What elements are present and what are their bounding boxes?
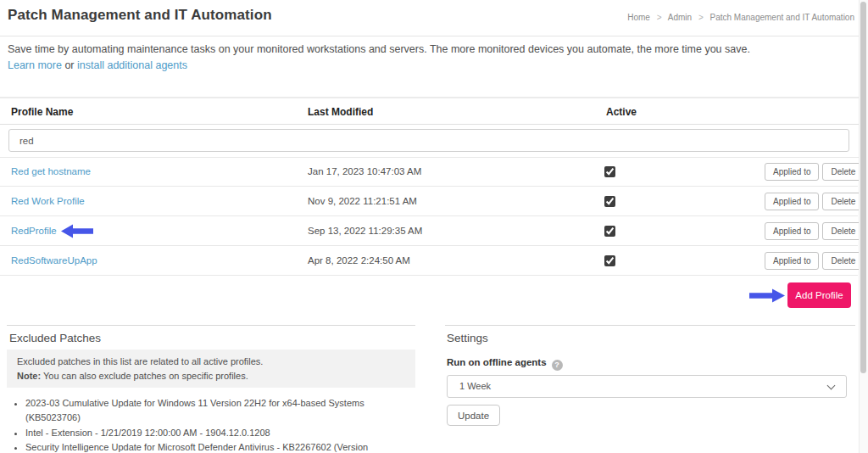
header-divider bbox=[0, 36, 859, 36]
excluded-patches-info-text: Excluded patches in this list are relate… bbox=[17, 356, 263, 366]
table-row: RedSoftwareUpApp Apr 8, 2022 2:24:50 AM … bbox=[0, 246, 858, 276]
profile-name-link[interactable]: Red Work Profile bbox=[11, 187, 85, 216]
offline-agents-label: Run on offline agents? bbox=[447, 357, 563, 371]
update-button[interactable]: Update bbox=[447, 405, 500, 426]
scrollbar-thumb[interactable] bbox=[860, 2, 866, 373]
section-divider bbox=[0, 97, 859, 98]
intro-conjunction: or bbox=[64, 59, 74, 71]
table-row: Red Work Profile Nov 9, 2022 11:21:51 AM… bbox=[0, 187, 858, 216]
excluded-patches-list: 2023-03 Cumulative Update for Windows 11… bbox=[14, 396, 419, 453]
excluded-patch-item: 2023-03 Cumulative Update for Windows 11… bbox=[25, 396, 419, 426]
offline-agents-label-text: Run on offline agents bbox=[447, 357, 547, 367]
excluded-patches-top-border bbox=[7, 325, 415, 326]
breadcrumb: Home > Admin > Patch Management and IT A… bbox=[627, 13, 854, 22]
note-text: You can also exclude patches on specific… bbox=[43, 371, 248, 381]
last-modified-value: Nov 9, 2022 11:21:51 AM bbox=[308, 187, 417, 216]
excluded-patches-info-box: Excluded patches in this list are relate… bbox=[7, 350, 415, 388]
page-title: Patch Management and IT Automation bbox=[8, 7, 272, 24]
active-checkbox[interactable] bbox=[604, 255, 615, 266]
applied-to-button[interactable]: Applied to bbox=[765, 163, 819, 181]
breadcrumb-separator: > bbox=[657, 13, 662, 22]
chevron-down-icon bbox=[827, 382, 836, 390]
column-header-profile-name: Profile Name bbox=[11, 100, 73, 124]
active-checkbox[interactable] bbox=[604, 226, 615, 237]
table-header-divider bbox=[0, 124, 859, 125]
scrollbar-track[interactable] bbox=[859, 0, 868, 453]
applied-to-button[interactable]: Applied to bbox=[765, 222, 819, 240]
profile-name-link[interactable]: RedProfile bbox=[11, 216, 57, 246]
breadcrumb-separator: > bbox=[698, 13, 704, 22]
applied-to-button[interactable]: Applied to bbox=[765, 193, 819, 210]
breadcrumb-item-current: Patch Management and IT Automation bbox=[710, 13, 854, 22]
settings-title: Settings bbox=[447, 332, 488, 344]
note-label: Note: bbox=[17, 371, 41, 381]
applied-to-button[interactable]: Applied to bbox=[765, 252, 819, 270]
excluded-patch-item: Intel - Extension - 1/21/2019 12:00:00 A… bbox=[25, 426, 419, 440]
profile-filter-input[interactable] bbox=[8, 129, 849, 152]
last-modified-value: Sep 13, 2022 11:29:35 AM bbox=[308, 216, 422, 246]
active-checkbox[interactable] bbox=[604, 166, 615, 177]
column-header-last-modified: Last Modified bbox=[308, 100, 373, 124]
add-profile-button[interactable]: Add Profile bbox=[787, 282, 851, 308]
profile-name-link[interactable]: Red get hostname bbox=[11, 157, 91, 187]
table-row: RedProfile Sep 13, 2022 11:29:35 AM Appl… bbox=[0, 216, 858, 246]
excluded-patches-title: Excluded Patches bbox=[9, 332, 101, 344]
patch-management-page: Patch Management and IT Automation Home … bbox=[0, 0, 868, 453]
excluded-patch-item: Security Intelligence Update for Microso… bbox=[25, 440, 419, 453]
profile-name-link[interactable]: RedSoftwareUpApp bbox=[11, 246, 97, 276]
intro-links: Learn more or install additional agents bbox=[8, 59, 187, 71]
active-checkbox[interactable] bbox=[604, 196, 615, 207]
table-row: Red get hostname Jan 17, 2023 10:47:03 A… bbox=[0, 157, 858, 187]
breadcrumb-item-home[interactable]: Home bbox=[627, 13, 650, 22]
annotation-arrow-right-icon bbox=[749, 288, 785, 303]
description-text: Save time by automating maintenance task… bbox=[8, 43, 750, 55]
column-header-active: Active bbox=[606, 100, 637, 124]
info-icon[interactable]: ? bbox=[552, 360, 563, 371]
settings-top-border bbox=[445, 325, 855, 326]
install-agents-link[interactable]: install additional agents bbox=[77, 59, 187, 71]
offline-agents-selected-value: 1 Week bbox=[459, 376, 491, 397]
last-modified-value: Jan 17, 2023 10:47:03 AM bbox=[308, 157, 421, 187]
breadcrumb-item-admin[interactable]: Admin bbox=[668, 13, 692, 22]
learn-more-link[interactable]: Learn more bbox=[8, 59, 62, 71]
last-modified-value: Apr 8, 2022 2:24:50 AM bbox=[308, 246, 410, 276]
offline-agents-select[interactable]: 1 Week bbox=[447, 375, 847, 398]
annotation-arrow-left-icon bbox=[61, 224, 93, 238]
